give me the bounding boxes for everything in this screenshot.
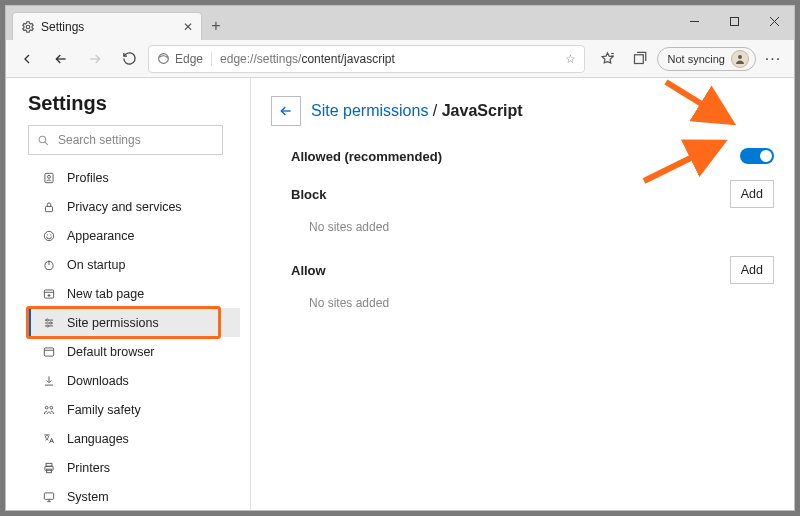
svg-point-0	[26, 25, 30, 29]
svg-rect-36	[44, 466, 52, 470]
svg-rect-38	[44, 492, 53, 498]
block-label: Block	[291, 187, 326, 202]
svg-rect-37	[46, 469, 51, 473]
browser-window: Settings ✕ + Edge edge://settings/conten…	[5, 5, 795, 511]
window-controls	[674, 6, 794, 36]
sidebar-item-appearance[interactable]: Appearance	[28, 221, 240, 250]
system-icon	[41, 490, 56, 504]
svg-point-9	[738, 55, 742, 59]
allowed-label: Allowed (recommended)	[291, 149, 442, 164]
sidebar-item-family-safety[interactable]: Family safety	[28, 395, 240, 424]
svg-point-29	[46, 324, 48, 326]
favorites-icon[interactable]	[593, 44, 623, 74]
allowed-row: Allowed (recommended)	[271, 140, 774, 172]
maximize-button[interactable]	[714, 6, 754, 36]
settings-nav: ProfilesPrivacy and servicesAppearanceOn…	[28, 163, 240, 510]
minimize-button[interactable]	[674, 6, 714, 36]
sidebar-item-profiles[interactable]: Profiles	[28, 163, 240, 192]
tune-icon	[41, 316, 56, 330]
settings-heading: Settings	[28, 92, 240, 115]
sidebar-item-new-tab-page[interactable]: New tab page	[28, 279, 240, 308]
svg-rect-8	[635, 55, 644, 64]
settings-search[interactable]: Search settings	[28, 125, 223, 155]
settings-main: Site permissions / JavaScript Allowed (r…	[251, 78, 794, 510]
browser-tab[interactable]: Settings ✕	[12, 12, 202, 40]
svg-line-11	[45, 141, 48, 144]
collections-icon[interactable]	[625, 44, 655, 74]
favorite-star-icon[interactable]: ☆	[565, 52, 576, 66]
edge-icon	[157, 52, 170, 65]
new-tab-button[interactable]: +	[202, 12, 230, 40]
more-menu-button[interactable]: ···	[758, 44, 788, 74]
profiles-icon	[41, 171, 56, 185]
sidebar-item-printers[interactable]: Printers	[28, 453, 240, 482]
sidebar-item-system[interactable]: System	[28, 482, 240, 510]
sidebar-item-privacy-and-services[interactable]: Privacy and services	[28, 192, 240, 221]
sidebar-item-label: On startup	[67, 258, 125, 272]
settings-sidebar: Settings Search settings ProfilesPrivacy…	[6, 78, 251, 510]
sidebar-item-label: Site permissions	[67, 316, 159, 330]
newtab-icon	[41, 287, 56, 301]
languages-icon	[41, 432, 56, 446]
close-tab-icon[interactable]: ✕	[183, 20, 193, 34]
gear-icon	[21, 20, 35, 34]
sync-label: Not syncing	[668, 53, 725, 65]
search-icon	[37, 134, 50, 147]
breadcrumb-link[interactable]: Site permissions	[311, 102, 428, 119]
nav-back-arrow[interactable]	[46, 44, 76, 74]
search-placeholder: Search settings	[58, 133, 141, 147]
address-bar[interactable]: Edge edge://settings/content/javascript …	[148, 45, 585, 73]
sidebar-item-default-browser[interactable]: Default browser	[28, 337, 240, 366]
appearance-icon	[41, 229, 56, 243]
sidebar-item-label: Profiles	[67, 171, 109, 185]
family-icon	[41, 403, 56, 417]
svg-point-16	[46, 234, 47, 235]
allow-row: Allow Add	[271, 248, 774, 292]
svg-point-17	[50, 234, 51, 235]
lock-icon	[41, 200, 56, 214]
svg-point-5	[159, 54, 169, 64]
sidebar-item-label: Family safety	[67, 403, 141, 417]
download-icon	[41, 374, 56, 388]
nav-back-button[interactable]	[12, 44, 42, 74]
breadcrumb-current: JavaScript	[442, 102, 523, 119]
block-empty-text: No sites added	[271, 216, 774, 248]
svg-point-33	[45, 406, 48, 409]
close-window-button[interactable]	[754, 6, 794, 36]
breadcrumb: Site permissions / JavaScript	[311, 102, 523, 120]
sidebar-item-label: Appearance	[67, 229, 134, 243]
svg-point-34	[49, 406, 52, 409]
svg-point-13	[47, 175, 50, 178]
refresh-button[interactable]	[114, 44, 144, 74]
block-add-button[interactable]: Add	[730, 180, 774, 208]
browser-icon	[41, 345, 56, 359]
allow-empty-text: No sites added	[271, 292, 774, 324]
svg-rect-2	[730, 17, 738, 25]
titlebar: Settings ✕ +	[6, 6, 794, 40]
svg-point-27	[46, 319, 48, 321]
svg-point-10	[39, 136, 46, 143]
browser-label: Edge	[175, 52, 203, 66]
sidebar-item-site-permissions[interactable]: Site permissions	[28, 308, 240, 337]
site-identity: Edge	[157, 52, 212, 66]
allow-add-button[interactable]: Add	[730, 256, 774, 284]
content-area: Settings Search settings ProfilesPrivacy…	[6, 78, 794, 510]
svg-rect-30	[44, 347, 53, 355]
sidebar-item-label: System	[67, 490, 109, 504]
sidebar-item-label: Default browser	[67, 345, 155, 359]
tab-title: Settings	[41, 20, 84, 34]
allow-label: Allow	[291, 263, 326, 278]
allowed-toggle[interactable]	[740, 148, 774, 164]
sidebar-item-downloads[interactable]: Downloads	[28, 366, 240, 395]
sidebar-item-languages[interactable]: Languages	[28, 424, 240, 453]
sidebar-item-label: Languages	[67, 432, 129, 446]
sidebar-item-on-startup[interactable]: On startup	[28, 250, 240, 279]
profile-sync-pill[interactable]: Not syncing	[657, 47, 756, 71]
sidebar-item-label: Printers	[67, 461, 110, 475]
breadcrumb-back-button[interactable]	[271, 96, 301, 126]
power-icon	[41, 258, 56, 272]
svg-point-28	[49, 321, 51, 323]
sidebar-item-label: Privacy and services	[67, 200, 182, 214]
block-row: Block Add	[271, 172, 774, 216]
sidebar-item-label: Downloads	[67, 374, 129, 388]
